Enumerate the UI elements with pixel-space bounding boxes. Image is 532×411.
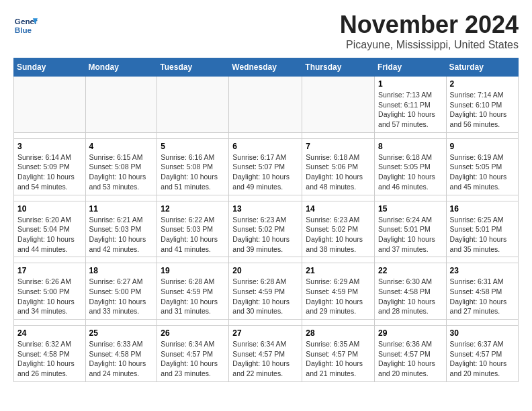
day-number: 19 bbox=[161, 266, 225, 275]
day-info: Sunrise: 6:18 AM Sunset: 5:06 PM Dayligh… bbox=[306, 152, 371, 192]
day-info: Sunrise: 6:16 AM Sunset: 5:08 PM Dayligh… bbox=[161, 152, 225, 192]
day-number: 14 bbox=[306, 204, 371, 214]
calendar-cell: 24Sunrise: 6:32 AM Sunset: 4:58 PM Dayli… bbox=[14, 326, 86, 382]
day-info: Sunrise: 6:22 AM Sunset: 5:03 PM Dayligh… bbox=[161, 215, 225, 255]
day-number: 8 bbox=[378, 142, 443, 151]
calendar-cell: 16Sunrise: 6:25 AM Sunset: 5:01 PM Dayli… bbox=[446, 201, 518, 257]
day-info: Sunrise: 6:30 AM Sunset: 4:58 PM Dayligh… bbox=[378, 277, 443, 316]
day-number: 15 bbox=[378, 204, 443, 214]
day-info: Sunrise: 6:24 AM Sunset: 5:01 PM Dayligh… bbox=[378, 215, 443, 255]
calendar-cell: 17Sunrise: 6:26 AM Sunset: 5:00 PM Dayli… bbox=[14, 263, 86, 320]
calendar-cell: 1Sunrise: 7:13 AM Sunset: 6:11 PM Daylig… bbox=[375, 77, 447, 133]
calendar-cell: 28Sunrise: 6:35 AM Sunset: 4:57 PM Dayli… bbox=[302, 326, 375, 382]
day-info: Sunrise: 6:28 AM Sunset: 4:59 PM Dayligh… bbox=[161, 277, 225, 316]
day-number: 3 bbox=[17, 142, 82, 151]
day-info: Sunrise: 6:18 AM Sunset: 5:05 PM Dayligh… bbox=[378, 152, 443, 192]
day-number: 26 bbox=[161, 328, 225, 338]
weekday-header-tuesday: Tuesday bbox=[157, 58, 229, 77]
day-number: 27 bbox=[232, 328, 298, 338]
calendar-week-2: 3Sunrise: 6:14 AM Sunset: 5:09 PM Daylig… bbox=[14, 138, 519, 195]
calendar-week-3: 10Sunrise: 6:20 AM Sunset: 5:04 PM Dayli… bbox=[14, 201, 519, 257]
calendar-cell: 6Sunrise: 6:17 AM Sunset: 5:07 PM Daylig… bbox=[229, 138, 302, 195]
calendar-cell: 13Sunrise: 6:23 AM Sunset: 5:02 PM Dayli… bbox=[229, 201, 302, 257]
title-block: November 2024 Picayune, Mississippi, Uni… bbox=[340, 11, 519, 51]
day-number: 5 bbox=[161, 142, 225, 151]
calendar-cell: 15Sunrise: 6:24 AM Sunset: 5:01 PM Dayli… bbox=[375, 201, 447, 257]
day-info: Sunrise: 6:33 AM Sunset: 4:58 PM Dayligh… bbox=[89, 339, 154, 379]
day-info: Sunrise: 6:28 AM Sunset: 4:59 PM Dayligh… bbox=[232, 277, 298, 316]
calendar-cell bbox=[14, 77, 86, 133]
calendar-cell: 19Sunrise: 6:28 AM Sunset: 4:59 PM Dayli… bbox=[157, 263, 229, 320]
calendar-cell: 5Sunrise: 6:16 AM Sunset: 5:08 PM Daylig… bbox=[157, 138, 229, 195]
day-info: Sunrise: 6:37 AM Sunset: 4:57 PM Dayligh… bbox=[450, 339, 515, 379]
calendar-cell: 29Sunrise: 6:36 AM Sunset: 4:57 PM Dayli… bbox=[375, 326, 447, 382]
logo: General Blue bbox=[13, 13, 38, 38]
calendar-cell: 21Sunrise: 6:29 AM Sunset: 4:59 PM Dayli… bbox=[302, 263, 375, 320]
day-info: Sunrise: 7:14 AM Sunset: 6:10 PM Dayligh… bbox=[450, 90, 515, 130]
weekday-header-sunday: Sunday bbox=[14, 58, 86, 77]
calendar-cell: 14Sunrise: 6:23 AM Sunset: 5:02 PM Dayli… bbox=[302, 201, 375, 257]
day-number: 7 bbox=[306, 142, 371, 151]
calendar-cell: 20Sunrise: 6:28 AM Sunset: 4:59 PM Dayli… bbox=[229, 263, 302, 320]
weekday-header-wednesday: Wednesday bbox=[229, 58, 302, 77]
day-info: Sunrise: 6:34 AM Sunset: 4:57 PM Dayligh… bbox=[232, 339, 298, 379]
day-number: 6 bbox=[232, 142, 298, 151]
day-info: Sunrise: 6:19 AM Sunset: 5:05 PM Dayligh… bbox=[450, 152, 515, 192]
calendar-cell: 8Sunrise: 6:18 AM Sunset: 5:05 PM Daylig… bbox=[375, 138, 447, 195]
day-info: Sunrise: 6:25 AM Sunset: 5:01 PM Dayligh… bbox=[450, 215, 515, 255]
weekday-header-row: SundayMondayTuesdayWednesdayThursdayFrid… bbox=[14, 58, 519, 77]
calendar-week-5: 24Sunrise: 6:32 AM Sunset: 4:58 PM Dayli… bbox=[14, 326, 519, 382]
day-info: Sunrise: 6:34 AM Sunset: 4:57 PM Dayligh… bbox=[161, 339, 225, 379]
day-number: 10 bbox=[17, 204, 82, 214]
page-subtitle: Picayune, Mississippi, United States bbox=[340, 39, 519, 51]
week-separator bbox=[14, 320, 519, 326]
day-info: Sunrise: 6:36 AM Sunset: 4:57 PM Dayligh… bbox=[378, 339, 443, 379]
day-number: 9 bbox=[450, 142, 515, 151]
day-number: 11 bbox=[89, 204, 154, 214]
day-number: 29 bbox=[378, 328, 443, 338]
day-number: 24 bbox=[17, 328, 82, 338]
calendar-cell: 12Sunrise: 6:22 AM Sunset: 5:03 PM Dayli… bbox=[157, 201, 229, 257]
calendar-body: 1Sunrise: 7:13 AM Sunset: 6:11 PM Daylig… bbox=[14, 77, 519, 382]
day-info: Sunrise: 6:32 AM Sunset: 4:58 PM Dayligh… bbox=[17, 339, 82, 379]
day-number: 23 bbox=[450, 266, 515, 275]
day-number: 21 bbox=[306, 266, 371, 275]
week-separator bbox=[14, 195, 519, 201]
calendar-cell bbox=[157, 77, 229, 133]
calendar-cell: 30Sunrise: 6:37 AM Sunset: 4:57 PM Dayli… bbox=[446, 326, 518, 382]
weekday-header-saturday: Saturday bbox=[446, 58, 518, 77]
day-info: Sunrise: 6:17 AM Sunset: 5:07 PM Dayligh… bbox=[232, 152, 298, 192]
day-number: 17 bbox=[17, 266, 82, 275]
calendar-week-4: 17Sunrise: 6:26 AM Sunset: 5:00 PM Dayli… bbox=[14, 263, 519, 320]
calendar-cell: 11Sunrise: 6:21 AM Sunset: 5:03 PM Dayli… bbox=[85, 201, 157, 257]
day-number: 20 bbox=[232, 266, 298, 275]
calendar-cell: 27Sunrise: 6:34 AM Sunset: 4:57 PM Dayli… bbox=[229, 326, 302, 382]
weekday-header-friday: Friday bbox=[375, 58, 447, 77]
day-info: Sunrise: 6:23 AM Sunset: 5:02 PM Dayligh… bbox=[306, 215, 371, 255]
page-header: General Blue November 2024 Picayune, Mis… bbox=[13, 11, 519, 51]
day-number: 4 bbox=[89, 142, 154, 151]
calendar-cell: 4Sunrise: 6:15 AM Sunset: 5:08 PM Daylig… bbox=[85, 138, 157, 195]
calendar-cell: 26Sunrise: 6:34 AM Sunset: 4:57 PM Dayli… bbox=[157, 326, 229, 382]
day-info: Sunrise: 6:27 AM Sunset: 5:00 PM Dayligh… bbox=[89, 277, 154, 316]
day-number: 18 bbox=[89, 266, 154, 275]
day-info: Sunrise: 6:14 AM Sunset: 5:09 PM Dayligh… bbox=[17, 152, 82, 192]
day-number: 13 bbox=[232, 204, 298, 214]
day-info: Sunrise: 6:21 AM Sunset: 5:03 PM Dayligh… bbox=[89, 215, 154, 255]
calendar-week-1: 1Sunrise: 7:13 AM Sunset: 6:11 PM Daylig… bbox=[14, 77, 519, 133]
calendar-cell: 9Sunrise: 6:19 AM Sunset: 5:05 PM Daylig… bbox=[446, 138, 518, 195]
logo-icon: General Blue bbox=[13, 13, 38, 38]
weekday-header-thursday: Thursday bbox=[302, 58, 375, 77]
day-info: Sunrise: 6:23 AM Sunset: 5:02 PM Dayligh… bbox=[232, 215, 298, 255]
calendar-header: SundayMondayTuesdayWednesdayThursdayFrid… bbox=[14, 58, 519, 77]
day-number: 16 bbox=[450, 204, 515, 214]
day-info: Sunrise: 6:15 AM Sunset: 5:08 PM Dayligh… bbox=[89, 152, 154, 192]
day-info: Sunrise: 6:35 AM Sunset: 4:57 PM Dayligh… bbox=[306, 339, 371, 379]
day-number: 1 bbox=[378, 79, 443, 89]
day-number: 28 bbox=[306, 328, 371, 338]
calendar-cell bbox=[229, 77, 302, 133]
day-info: Sunrise: 6:26 AM Sunset: 5:00 PM Dayligh… bbox=[17, 277, 82, 316]
page-title: November 2024 bbox=[340, 11, 519, 39]
svg-text:Blue: Blue bbox=[15, 26, 32, 34]
calendar-cell: 2Sunrise: 7:14 AM Sunset: 6:10 PM Daylig… bbox=[446, 77, 518, 133]
